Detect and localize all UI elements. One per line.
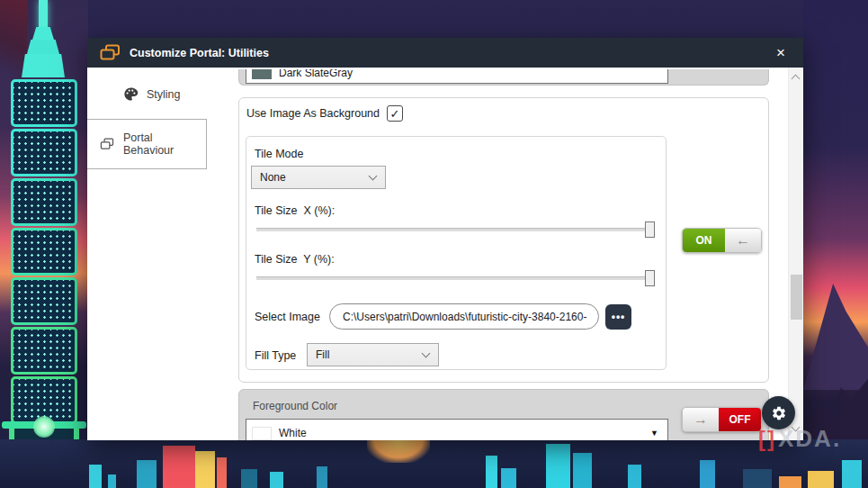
use-image-label: Use Image As Background bbox=[246, 107, 380, 120]
select-image-path: C:\Users\patri\Downloads\futuristic-city… bbox=[343, 311, 586, 323]
sidebar: Styling Portal Behaviour bbox=[87, 68, 221, 440]
dialog-titlebar[interactable]: Customize Portal: Utilities × bbox=[87, 38, 803, 68]
tile-size-x-label: Tile Size X (%): bbox=[255, 204, 335, 217]
fill-type-value: Fill bbox=[316, 348, 329, 361]
select-image-label: Select Image bbox=[255, 311, 320, 323]
close-button[interactable]: × bbox=[771, 44, 791, 61]
chevron-down-icon bbox=[422, 348, 431, 357]
use-image-checkbox[interactable]: ✓ bbox=[387, 105, 403, 122]
tile-mode-dropdown[interactable]: None bbox=[251, 166, 386, 189]
background-color-value: Dark SlateGray bbox=[279, 69, 353, 79]
caret-down-icon: ▼ bbox=[650, 429, 658, 438]
right-arrow-icon[interactable]: → bbox=[683, 408, 719, 431]
fill-type-label: Fill Type bbox=[255, 349, 296, 362]
tile-size-y-slider[interactable] bbox=[256, 270, 655, 286]
tile-settings-group: Tile Mode None Tile Size X (%): Tile Siz… bbox=[246, 136, 667, 370]
tab-styling[interactable]: Styling bbox=[87, 78, 221, 110]
neon-tower-illustration bbox=[2, 0, 86, 488]
select-image-input[interactable]: C:\Users\patri\Downloads\futuristic-city… bbox=[329, 303, 599, 330]
scrollbar-up-arrow[interactable] bbox=[792, 75, 801, 84]
chevron-down-icon bbox=[369, 171, 378, 180]
dialog-title: Customize Portal: Utilities bbox=[130, 47, 269, 59]
color-swatch bbox=[252, 427, 272, 440]
portal-icon bbox=[100, 44, 121, 61]
city-skyline bbox=[0, 439, 868, 488]
on-segment[interactable]: ON bbox=[683, 229, 725, 252]
tab-portal-behaviour-label: Portal Behaviour bbox=[123, 131, 206, 157]
tile-mode-label: Tile Mode bbox=[255, 148, 303, 160]
xda-brackets: [] bbox=[758, 427, 776, 452]
image-background-on-toggle[interactable]: ON ← bbox=[682, 228, 762, 253]
slider-thumb[interactable] bbox=[645, 270, 655, 286]
foreground-color-off-toggle[interactable]: → OFF bbox=[682, 407, 762, 432]
browse-button[interactable]: ••• bbox=[605, 304, 631, 330]
tile-mode-value: None bbox=[260, 171, 286, 184]
slider-track bbox=[256, 228, 655, 231]
xda-watermark: [] XDA. bbox=[758, 425, 841, 453]
tab-portal-behaviour[interactable]: Portal Behaviour bbox=[87, 119, 207, 169]
foreground-color-dropdown[interactable]: White ▼ bbox=[246, 419, 668, 440]
scrollbar[interactable] bbox=[788, 68, 803, 440]
background-color-group: Dark SlateGray bbox=[238, 69, 769, 86]
desktop: Customize Portal: Utilities × Styling Po… bbox=[0, 0, 868, 488]
tab-styling-label: Styling bbox=[147, 88, 181, 101]
tile-size-y-label: Tile Size Y (%): bbox=[255, 253, 335, 266]
foreground-color-label: Foreground Color bbox=[253, 400, 337, 412]
gear-icon bbox=[771, 405, 787, 421]
fill-type-dropdown[interactable]: Fill bbox=[307, 343, 439, 366]
windows-icon bbox=[99, 137, 115, 151]
background-color-dropdown[interactable]: Dark SlateGray bbox=[246, 69, 668, 84]
slider-track bbox=[256, 276, 655, 280]
palette-icon bbox=[123, 86, 139, 102]
slider-thumb[interactable] bbox=[645, 221, 655, 238]
color-swatch bbox=[252, 69, 272, 79]
customize-portal-dialog: Customize Portal: Utilities × Styling Po… bbox=[87, 38, 803, 440]
foreground-color-value: White bbox=[279, 427, 307, 439]
scrollbar-thumb[interactable] bbox=[791, 275, 802, 320]
tile-size-x-slider[interactable] bbox=[256, 221, 655, 238]
settings-scroll-area: Dark SlateGray Use Image As Background ✓… bbox=[221, 68, 803, 440]
xda-text: XDA. bbox=[778, 425, 841, 453]
off-segment[interactable]: OFF bbox=[719, 408, 761, 431]
left-arrow-icon[interactable]: ← bbox=[725, 229, 761, 252]
